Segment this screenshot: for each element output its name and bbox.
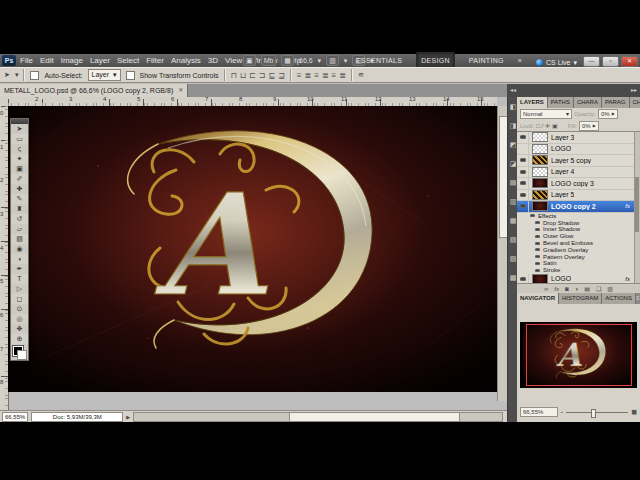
eye-icon[interactable] [535,221,540,224]
slider-thumb[interactable] [591,409,596,418]
layer-row[interactable]: Layer 3 [517,132,640,144]
align-center-icon[interactable]: ⊑ [268,71,275,80]
distribute-top-icon[interactable]: ≡ [297,71,302,80]
eye-icon[interactable] [535,248,540,251]
distribute-bottom-icon[interactable]: ≡ [314,71,319,80]
visibility-toggle[interactable] [517,144,529,155]
zoom-tool[interactable]: ⊕ [11,334,28,344]
workspace-more-button[interactable]: » [518,54,522,67]
workspace-painting[interactable]: PAINTING [465,53,508,68]
layer-thumbnail[interactable] [532,167,548,177]
menu-edit[interactable]: Edit [40,54,54,67]
status-zoom-field[interactable]: 66,55% [2,412,28,422]
quick-selection-tool[interactable]: ✦ [11,154,28,164]
pen-tool[interactable]: ✒ [11,264,28,274]
lock-position-icon[interactable]: ✛ [545,122,550,129]
tab-paragraph[interactable]: PARAG [602,97,630,108]
visibility-toggle[interactable] [517,201,529,212]
opacity-field[interactable]: 0% ▶ [598,109,618,119]
eye-icon[interactable] [535,262,540,265]
eyedropper-tool[interactable]: ✐ [11,174,28,184]
effect-row[interactable]: Outer Glow [517,233,640,240]
dock-collapse-left-icon[interactable]: ◂◂ [510,84,516,97]
eye-icon[interactable] [535,235,540,238]
lasso-tool[interactable]: ς [11,144,28,154]
canvas[interactable] [8,106,497,392]
menu-select[interactable]: Select [117,54,139,67]
arrange-caret-icon[interactable]: ▾ [344,54,348,67]
shape-tool[interactable]: ◻ [11,294,28,304]
lock-pixels-icon[interactable]: ∕ [542,123,543,129]
align-left-icon[interactable]: ⊐ [259,71,266,80]
zoom-in-icon[interactable]: ◼ [631,408,637,416]
menu-file[interactable]: File [20,54,33,67]
document-tab[interactable]: METALL_LOGO.psd @ 66,6% (LOGO copy 2, RG… [0,84,188,97]
tab-histogram[interactable]: HISTOGRAM [559,293,602,304]
navigator-thumbnail[interactable] [520,322,637,388]
effect-row[interactable]: Drop Shadow [517,219,640,226]
menu-view[interactable]: View [225,54,242,67]
tab-layers[interactable]: LAYERS [517,97,548,108]
effect-row[interactable]: Pattern Overlay [517,253,640,260]
layer-row[interactable]: LOGO copy 3 [517,178,640,190]
zoom-out-icon[interactable]: ▪ [561,409,563,415]
layer-thumbnail[interactable] [532,132,548,142]
tab-close-icon[interactable]: ✕ [178,84,183,97]
tab-paths[interactable]: PATHS [548,97,574,108]
effect-row[interactable]: Inner Shadow [517,226,640,233]
move-tool[interactable]: ➤ [11,124,28,134]
background-color-swatch[interactable] [17,350,27,360]
menu-filter[interactable]: Filter [146,54,164,67]
arrange-documents-icon[interactable]: ▥ [326,55,339,66]
layers-scrollbar[interactable] [634,132,640,284]
dodge-tool[interactable]: ◖ [11,254,28,264]
menu-image[interactable]: Image [61,54,83,67]
brush-tool[interactable]: ✎ [11,194,28,204]
lock-all-icon[interactable]: ▣ [552,122,558,129]
show-transform-checkbox[interactable] [126,71,135,80]
auto-select-dropdown[interactable]: Layer ▾ [88,69,121,81]
layer-thumbnail[interactable] [532,155,548,165]
panel-menu-icon[interactable]: ≡ [636,293,640,304]
crop-tool[interactable]: ▣ [11,164,28,174]
tab-actions[interactable]: ACTIONS [602,293,636,304]
visibility-toggle[interactable] [517,190,529,201]
lock-transparent-icon[interactable]: □ [536,123,540,129]
photoshop-logo-icon[interactable]: Ps [2,55,16,66]
path-selection-tool[interactable]: ▷ [11,284,28,294]
3d-rotate-tool[interactable]: ⊙ [11,304,28,314]
auto-select-checkbox[interactable] [30,71,39,80]
blur-tool[interactable]: ◉ [11,244,28,254]
clone-stamp-tool[interactable]: ♜ [11,204,28,214]
visibility-toggle[interactable] [517,155,529,166]
scrollbar-thumb[interactable] [635,177,639,232]
eye-icon[interactable] [535,228,540,231]
align-right-icon[interactable]: ⊒ [278,71,285,80]
distribute-center-icon[interactable]: ≡ [332,71,337,80]
layer-row[interactable]: Layer 4 [517,167,640,179]
blend-mode-dropdown[interactable]: Normal ▾ [520,109,572,119]
zoom-caret-icon[interactable]: ▾ [318,54,322,67]
menu-layer[interactable]: Layer [90,54,110,67]
eye-icon[interactable] [535,269,540,272]
healing-brush-tool[interactable]: ✚ [11,184,28,194]
layer-thumbnail[interactable] [532,190,548,200]
mini-bridge-icon[interactable]: Mb [261,55,277,66]
distribute-middle-icon[interactable]: ≣ [305,71,312,80]
effect-row[interactable]: Stroke [517,267,640,274]
layer-row[interactable]: Layer 5 [517,190,640,202]
status-expand-icon[interactable]: ▶ [126,414,130,420]
history-brush-tool[interactable]: ↺ [11,214,28,224]
visibility-toggle[interactable] [517,132,529,143]
menu-analysis[interactable]: Analysis [171,54,201,67]
move-tool-preset-icon[interactable]: ➤ [4,71,10,79]
navigator-view-box[interactable] [526,324,632,386]
visibility-toggle[interactable] [517,167,529,178]
visibility-toggle[interactable] [517,178,529,189]
distribute-left-icon[interactable]: ≣ [322,71,329,80]
workspace-essentials[interactable]: ESSENTIALS [352,53,406,68]
effects-header-row[interactable]: Effects [517,213,640,220]
scrollbar-thumb[interactable] [499,116,507,238]
vertical-scrollbar[interactable] [497,106,507,401]
preset-caret-icon[interactable]: ▾ [15,71,19,79]
